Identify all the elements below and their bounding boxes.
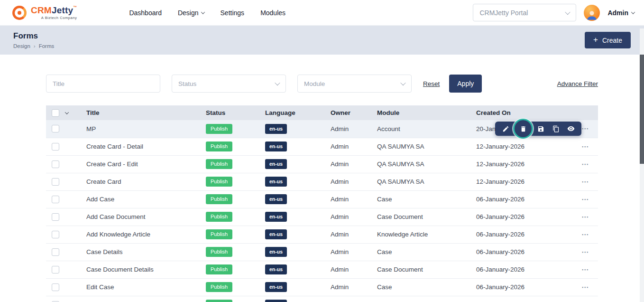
status-badge: Publish	[206, 300, 232, 302]
created-on-cell: 12-January-2026	[476, 155, 561, 173]
nav-item-modules[interactable]: Modules	[260, 9, 285, 17]
status-badge: Publish	[206, 142, 232, 151]
nav-item-design[interactable]: Design	[178, 9, 204, 17]
preview-eye-icon[interactable]	[565, 123, 577, 134]
form-title-cell[interactable]: Case Document Details	[86, 261, 206, 278]
column-header-select	[46, 105, 86, 120]
language-cell: en-us	[265, 138, 331, 155]
form-title-cell[interactable]: Create Card - Detail	[86, 138, 206, 155]
page-title: Forms	[13, 31, 54, 41]
row-checkbox[interactable]	[52, 125, 59, 132]
row-menu-button[interactable]: ⋯	[581, 124, 589, 132]
form-title-cell[interactable]: Create Card	[86, 173, 206, 190]
nav-item-settings[interactable]: Settings	[221, 9, 245, 17]
table-row[interactable]: Create Card - DetailPublishen-usAdminQA …	[46, 138, 598, 155]
title-filter-input[interactable]	[46, 75, 160, 93]
created-on-cell: 06-January-2026	[476, 208, 561, 226]
row-menu-button[interactable]: ⋯	[581, 265, 589, 274]
actions-cell: ⋯	[561, 243, 598, 261]
table-row[interactable]: Edit CasePublishen-usAdminCase06-January…	[46, 278, 598, 296]
row-menu-button[interactable]: ⋯	[581, 248, 589, 256]
crmjetty-logo-text: CRMJetty™ A Biztech Company	[31, 6, 77, 20]
chevron-down-icon	[631, 10, 635, 14]
user-menu[interactable]: Admin	[607, 9, 635, 17]
form-title-cell[interactable]: Add Knowledge Article	[86, 226, 206, 243]
row-checkbox[interactable]	[52, 160, 59, 168]
actions-cell: ⋯	[561, 261, 598, 278]
table-row[interactable]: Case Document DetailsPublishen-usAdminCa…	[46, 261, 598, 278]
crmjetty-logo[interactable]: CRMJetty™ A Biztech Company	[12, 6, 77, 20]
column-header-actions	[561, 105, 598, 120]
table-row[interactable]: Create CardPublishen-usAdminQA SAUMYA SA…	[46, 173, 598, 190]
language-badge: en-us	[265, 300, 287, 302]
select-all-checkbox[interactable]	[52, 109, 59, 117]
apply-button[interactable]: Apply	[449, 75, 482, 93]
breadcrumb-design[interactable]: Design	[13, 43, 30, 49]
row-checkbox[interactable]	[52, 266, 59, 274]
copy-icon[interactable]	[550, 123, 561, 134]
status-badge: Publish	[206, 124, 232, 134]
status-filter-select[interactable]: Status	[172, 75, 286, 93]
content: Status Module Reset Apply Advance Filter	[46, 55, 598, 302]
form-title-cell[interactable]: Create Card - Edit	[86, 155, 206, 173]
table-row[interactable]: Publishen-us⋯	[46, 296, 598, 302]
row-checkbox[interactable]	[52, 143, 59, 151]
create-button[interactable]: + Create	[585, 32, 631, 48]
edit-icon[interactable]	[500, 123, 511, 134]
scrollbar-thumb[interactable]	[640, 55, 644, 164]
row-checkbox[interactable]	[52, 213, 59, 221]
row-menu-button[interactable]: ⋯	[581, 142, 589, 151]
form-title-cell[interactable]	[86, 296, 206, 302]
row-checkbox[interactable]	[52, 231, 59, 238]
plus-icon: +	[593, 35, 598, 45]
table-row[interactable]: Create Card - EditPublishen-usAdminQA SA…	[46, 155, 598, 173]
language-cell: en-us	[265, 226, 331, 243]
owner-cell: Admin	[331, 120, 377, 138]
reset-link[interactable]: Reset	[423, 80, 440, 87]
delete-icon[interactable]	[513, 119, 533, 139]
form-title-cell[interactable]: Add Case Document	[86, 208, 206, 226]
row-menu-button[interactable]: ⋯	[581, 213, 589, 221]
row-menu-button[interactable]: ⋯	[581, 283, 589, 291]
status-cell: Publish	[206, 243, 265, 261]
module-cell: QA SAUMYA SA	[377, 138, 476, 155]
scrollbar[interactable]	[640, 28, 644, 302]
row-checkbox[interactable]	[52, 248, 59, 256]
save-icon[interactable]	[535, 123, 546, 134]
language-cell: en-us	[265, 261, 331, 278]
table-row[interactable]: Add Case DocumentPublishen-usAdminCase D…	[46, 208, 598, 226]
chevron-down-icon	[565, 9, 570, 14]
actions-cell: ⋯	[561, 208, 598, 226]
table-row[interactable]: Case DetailsPublishen-usAdminCase06-Janu…	[46, 243, 598, 261]
avatar[interactable]	[584, 5, 600, 21]
row-menu-button[interactable]: ⋯	[581, 178, 589, 186]
chevron-down-icon[interactable]	[65, 110, 69, 114]
row-checkbox[interactable]	[52, 178, 59, 186]
form-title-cell[interactable]: Edit Case	[86, 278, 206, 296]
language-badge: en-us	[265, 229, 287, 239]
nav-item-label: Settings	[221, 9, 245, 17]
table-row[interactable]: Add Knowledge ArticlePublishen-usAdminKn…	[46, 226, 598, 243]
row-menu-button[interactable]: ⋯	[581, 301, 589, 302]
created-on-cell: 06-January-2026	[476, 226, 561, 243]
table-row[interactable]: Add CasePublishen-usAdminCase06-January-…	[46, 190, 598, 208]
module-cell	[377, 296, 476, 302]
form-title-cell[interactable]: Case Details	[86, 243, 206, 261]
form-title-cell[interactable]: MP	[86, 120, 206, 138]
owner-cell: Admin	[331, 173, 377, 190]
language-cell: en-us	[265, 296, 331, 302]
advance-filter-link[interactable]: Advance Filter	[557, 80, 598, 87]
table-row[interactable]: MPPublishen-usAdminAccount20-January-202…	[46, 120, 598, 138]
status-cell: Publish	[206, 155, 265, 173]
form-title-cell[interactable]: Add Case	[86, 190, 206, 208]
nav-item-dashboard[interactable]: Dashboard	[129, 9, 162, 17]
module-filter-select[interactable]: Module	[297, 75, 412, 93]
row-menu-button[interactable]: ⋯	[581, 160, 589, 168]
table-body: MPPublishen-usAdminAccount20-January-202…	[46, 120, 598, 302]
row-menu-button[interactable]: ⋯	[581, 195, 589, 203]
owner-cell	[331, 296, 377, 302]
row-checkbox[interactable]	[52, 283, 59, 291]
portal-select[interactable]: CRMJetty Portal	[473, 4, 576, 21]
row-menu-button[interactable]: ⋯	[581, 230, 589, 238]
row-checkbox[interactable]	[52, 196, 59, 203]
